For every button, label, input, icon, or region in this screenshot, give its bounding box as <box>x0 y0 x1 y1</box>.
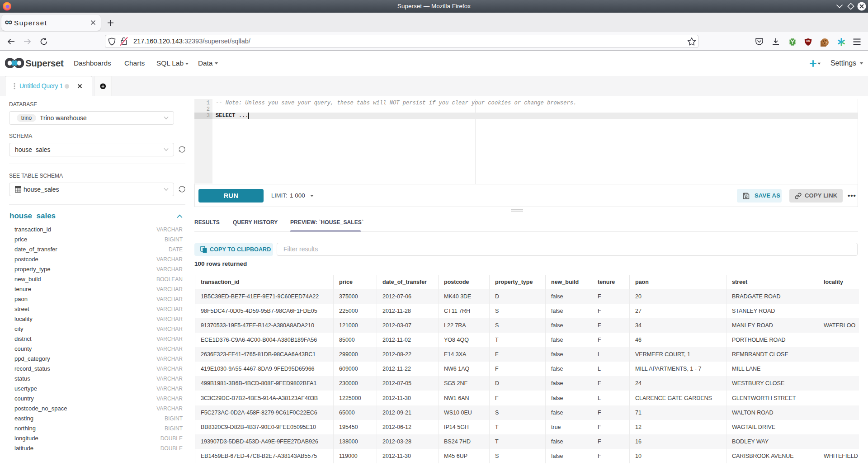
svg-text:UO: UO <box>806 40 810 42</box>
